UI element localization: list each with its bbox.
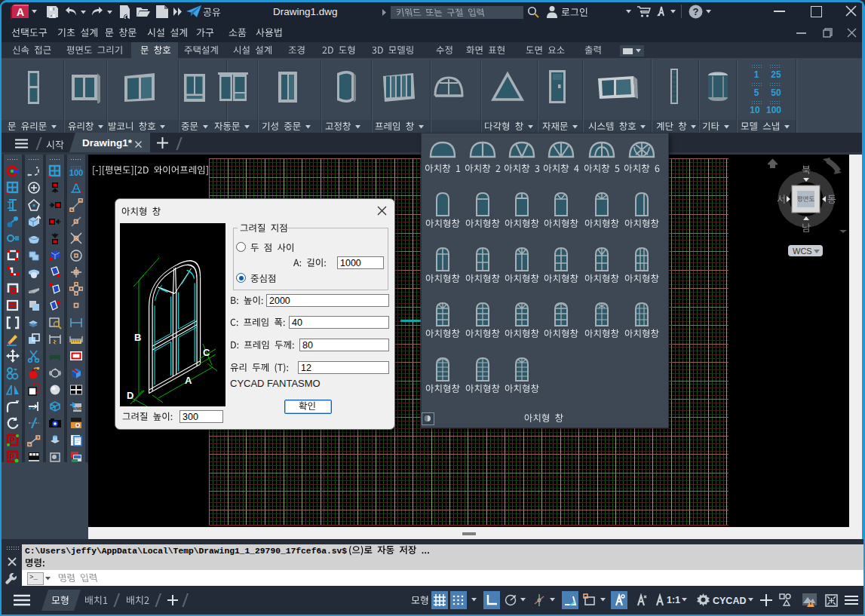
svg-text:?: ? [693, 6, 699, 17]
svg-text:A: A [185, 375, 192, 386]
svg-text:C: C [203, 347, 210, 358]
svg-text:A: A [17, 6, 24, 18]
svg-text:B: B [134, 332, 141, 343]
svg-text:P: P [10, 453, 15, 461]
svg-text:WMF: WMF [72, 406, 83, 411]
svg-text:100: 100 [69, 168, 83, 177]
svg-text:P: P [10, 437, 15, 445]
svg-text:D: D [127, 390, 133, 401]
